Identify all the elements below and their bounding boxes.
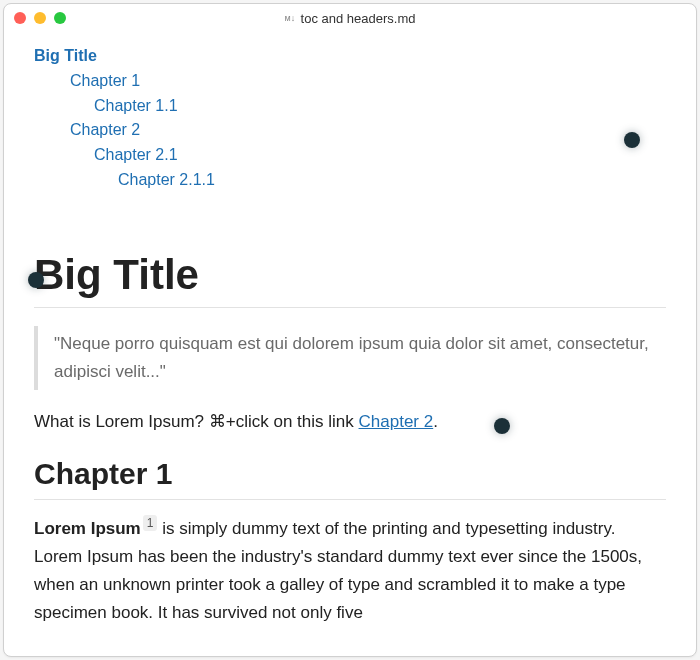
zoom-icon[interactable] <box>54 12 66 24</box>
footnote-marker[interactable]: 1 <box>143 515 158 531</box>
paragraph-lorem-ipsum: Lorem Ipsum1 is simply dummy text of the… <box>34 514 666 627</box>
table-of-contents: Big Title Chapter 1 Chapter 1.1 Chapter … <box>34 44 666 193</box>
heading-chapter-1: Chapter 1 <box>34 457 666 500</box>
toc-link-chapter-2[interactable]: Chapter 2 <box>70 118 140 143</box>
intro-text-after-link: . <box>433 412 438 431</box>
minimize-icon[interactable] <box>34 12 46 24</box>
blockquote: "Neque porro quisquam est qui dolorem ip… <box>34 326 666 390</box>
app-window: м↓ toc and headers.md Big Title Chapter … <box>3 3 697 657</box>
toc-link-big-title[interactable]: Big Title <box>34 44 97 69</box>
window-title-text: toc and headers.md <box>301 11 416 26</box>
link-chapter-2[interactable]: Chapter 2 <box>359 412 434 431</box>
intro-text-before-link: What is Lorem Ipsum? ⌘+click on this lin… <box>34 412 359 431</box>
toc-link-chapter-2-1[interactable]: Chapter 2.1 <box>94 143 178 168</box>
file-icon: м↓ <box>285 13 295 23</box>
toc-link-chapter-2-1-1[interactable]: Chapter 2.1.1 <box>118 168 215 193</box>
toc-link-chapter-1-1[interactable]: Chapter 1.1 <box>94 94 178 119</box>
document-content: Big Title Chapter 1 Chapter 1.1 Chapter … <box>4 32 696 656</box>
intro-paragraph: What is Lorem Ipsum? ⌘+click on this lin… <box>34 408 666 435</box>
window-title: м↓ toc and headers.md <box>4 11 696 26</box>
paragraph-lead: Lorem Ipsum <box>34 519 141 538</box>
window-controls <box>14 12 66 24</box>
close-icon[interactable] <box>14 12 26 24</box>
heading-big-title: Big Title <box>34 251 666 308</box>
titlebar: м↓ toc and headers.md <box>4 4 696 32</box>
toc-link-chapter-1[interactable]: Chapter 1 <box>70 69 140 94</box>
